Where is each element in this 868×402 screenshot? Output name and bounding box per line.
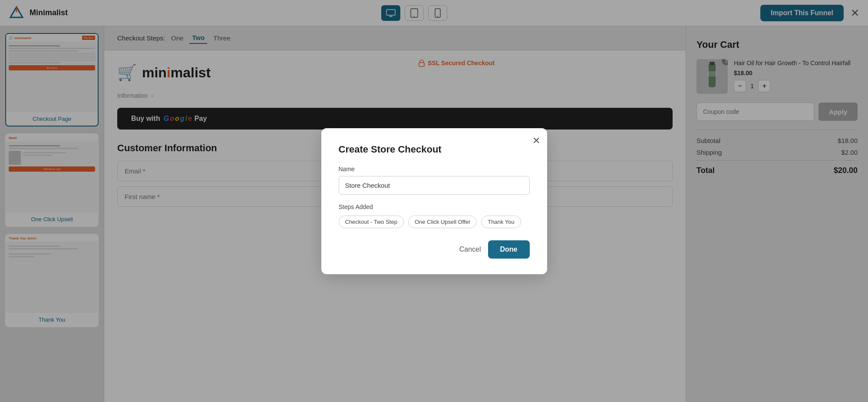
modal-cancel-button[interactable]: Cancel bbox=[459, 246, 481, 253]
modal-overlay: Create Store Checkout ✕ Name Steps Added… bbox=[0, 0, 868, 402]
step-tags: Checkout - Two Step One Click Upsell Off… bbox=[339, 216, 530, 228]
create-store-checkout-modal: Create Store Checkout ✕ Name Steps Added… bbox=[321, 128, 547, 274]
step-tag-checkout: Checkout - Two Step bbox=[339, 216, 404, 228]
modal-name-input[interactable] bbox=[339, 176, 530, 195]
modal-name-label: Name bbox=[339, 166, 530, 173]
steps-added-label: Steps Added bbox=[339, 203, 530, 210]
modal-title: Create Store Checkout bbox=[339, 144, 530, 155]
modal-actions: Cancel Done bbox=[339, 240, 530, 259]
step-tag-upsell: One Click Upsell Offer bbox=[408, 216, 477, 228]
step-tag-thankyou: Thank You bbox=[481, 216, 521, 228]
modal-done-button[interactable]: Done bbox=[488, 240, 530, 259]
modal-close-button[interactable]: ✕ bbox=[532, 135, 540, 146]
